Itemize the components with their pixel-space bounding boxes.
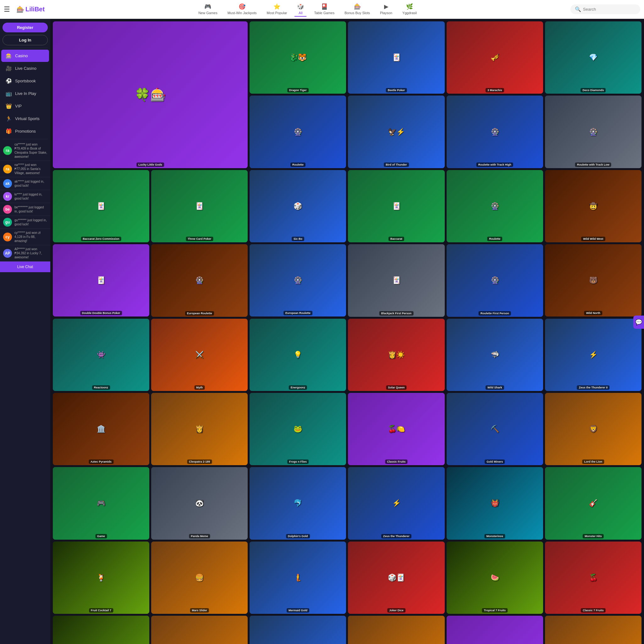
game-card-wild-north[interactable]: 🐻Wild North <box>545 244 641 316</box>
game-card-reactoonz[interactable]: 👾Reactoonz <box>53 319 149 391</box>
game-card-gold-miners[interactable]: ⛏️Gold Miners <box>447 393 543 465</box>
hamburger-menu[interactable]: ☰ <box>4 5 10 14</box>
game-label-bird-of-thunder: Bird of Thunder <box>384 162 409 167</box>
game-card-crazy-7fruits[interactable]: 🍋Crazy 7 Fruits <box>53 616 149 644</box>
game-card-european-roulette[interactable]: 🎡European Roulette <box>250 244 346 316</box>
game-card-fruit-cocktail[interactable]: 🍹Fruit Cocktail 7 <box>53 542 149 614</box>
game-label-tropical-7fruits: Tropical 7 Fruits <box>482 608 508 613</box>
game-icon-wild-wild-west: 🤠 <box>589 202 597 210</box>
game-card-beetle-poker[interactable]: 🃏Beetle Poker <box>348 21 444 94</box>
top-nav-item-new-games[interactable]: 🎮New Games <box>196 2 220 17</box>
game-card-dragon-tiger[interactable]: 🐉🐯Dragon Tiger <box>250 21 346 94</box>
game-card-sic-bo[interactable]: 🎲Sic Bo <box>250 170 346 242</box>
register-button[interactable]: Register <box>3 23 48 32</box>
game-card-european-roulette2[interactable]: 🎡European Roulette <box>151 244 248 316</box>
game-card-book-of-gold[interactable]: 📖Book of Gold Symbol Choice <box>348 616 444 644</box>
game-card-viking-berzerker[interactable]: ⚔️Viking Berzerker <box>250 616 346 644</box>
game-card-wild-wild-west[interactable]: 🤠Wild Wild West <box>545 170 641 242</box>
game-card-baccarat[interactable]: 🃏Baccarat <box>348 170 444 242</box>
game-card-3-marachis[interactable]: 🎺3 Marachis <box>447 21 543 94</box>
live-chat-button[interactable]: Live Chat <box>0 261 50 272</box>
game-label-zeus-thunderer2: Zeus the Thunderer <box>381 534 411 538</box>
sidebar-item-virtual-sports[interactable]: 🏃Virtual Sports <box>1 113 49 125</box>
game-card-dolphins-gold[interactable]: 🐬Dolphin's Gold <box>250 467 346 539</box>
login-button[interactable]: Log In <box>3 35 48 45</box>
top-nav-item-table-games[interactable]: 🎴Table Games <box>311 2 337 17</box>
game-card-rome-caesars-glory[interactable]: 🏛️Rome Caesar's Glory <box>545 616 641 644</box>
game-card-roulette[interactable]: 🎡Roulette <box>250 96 346 168</box>
game-card-panda-meme[interactable]: 🐼Panda Meme <box>151 467 248 539</box>
game-card-roulette2[interactable]: 🎡Roulette <box>447 170 543 242</box>
game-icon-monsterinos: 👹 <box>491 499 499 507</box>
game-card-aztec-pyramids[interactable]: 🏛️Aztec Pyramids <box>53 393 149 465</box>
game-card-roulette-high[interactable]: 🎡Roulette with Track High <box>447 96 543 168</box>
game-card-cazino-cosmos[interactable]: 🌌Cazino Cosmos <box>447 616 543 644</box>
chat-bubble-button[interactable]: 💬 <box>633 316 644 329</box>
sidebar-item-vip[interactable]: 👑VIP <box>1 100 49 112</box>
game-label-3-marachis: 3 Marachis <box>486 88 504 92</box>
game-card-frogs-n-flies[interactable]: 🐸Frogs n Flies <box>250 393 346 465</box>
game-card-energoonz[interactable]: 💡Energoonz <box>250 319 346 391</box>
game-label-frogs-n-flies: Frogs n Flies <box>287 460 309 464</box>
game-card-roulette-fp[interactable]: 🎡Roulette First Person <box>447 244 543 316</box>
top-nav-item-must-win-jackpots[interactable]: 🎯Must-Win Jackpots <box>225 2 259 17</box>
sidebar-item-casino[interactable]: 🎰Casino <box>1 50 49 62</box>
game-card-classic-fruits-slot[interactable]: 🍒🍋Classic Fruits <box>348 393 444 465</box>
game-icon-beetle-poker: 🃏 <box>392 53 401 62</box>
game-icon-solar-queen: 👸☀️ <box>388 351 405 359</box>
game-icon-lord-lion: 🦁 <box>589 425 597 433</box>
game-card-tropical-7fruits[interactable]: 🍉Tropical 7 Fruits <box>447 542 543 614</box>
game-grid: 🍀🎰Lucky Little Gods🐉🐯Dragon Tiger🃏Beetle… <box>53 21 641 644</box>
game-card-blackjack-fp[interactable]: 🃏Blackjack First Person <box>348 244 444 316</box>
activity-feed: raca****** just won ₱79,409 in Book of C… <box>0 140 50 261</box>
game-icon-roulette-high: 🎡 <box>491 128 499 136</box>
game-card-lord-lion[interactable]: 🦁Lord the Lion <box>545 393 641 465</box>
avatar: cy <box>3 233 12 241</box>
sidebar-icon-live-casino: 🎥 <box>6 65 12 71</box>
game-label-roulette-fp: Roulette First Person <box>479 311 511 316</box>
top-nav-item-playson[interactable]: ▶Playson <box>377 2 395 17</box>
activity-text: na***** just won ₱77,055 in Santa's Vill… <box>14 163 47 175</box>
game-label-baccarat-zero: Baccarat Zero Commission <box>81 237 121 241</box>
game-icon-roulette-fp: 🎡 <box>491 276 499 284</box>
game-card-joker-dice[interactable]: 🎲🃏Joker Dice <box>348 542 444 614</box>
activity-item: APAP***** just won ₱34,392 in Lucky 7, a… <box>0 245 50 261</box>
nav-label-yggdrasil: Yggdrasil <box>402 11 417 15</box>
game-icon-dolphins-gold: 🐬 <box>294 499 302 507</box>
avatar: ra <box>3 165 12 173</box>
game-card-zeus-thunderer[interactable]: ⚡Zeus the Thunderer II <box>545 319 641 391</box>
game-card-myth[interactable]: ⚔️Myth <box>151 319 248 391</box>
top-nav-item-yggdrasil[interactable]: 🌿Yggdrasil <box>400 2 419 17</box>
game-card-classic-7fruits[interactable]: 🍒Classic 7 Fruits <box>545 542 641 614</box>
game-card-cleopatra[interactable]: 👸Cleopatra 2-189 <box>151 393 248 465</box>
game-card-royal-7fruits[interactable]: 🍇Royal 7 Fruits <box>151 616 248 644</box>
game-card-double-double-bonus[interactable]: 🃏Double Double Bonus Poker <box>53 244 149 316</box>
top-nav-item-bonus-buy-slots[interactable]: 🎰Bonus Buy Slots <box>342 2 372 17</box>
game-card-bird-of-thunder[interactable]: 🦅⚡Bird of Thunder <box>348 96 444 168</box>
game-card-mars-slider[interactable]: 🍔Mars Slider <box>151 542 248 614</box>
sidebar-item-live-in-play[interactable]: 📺Live In Play <box>1 87 49 100</box>
game-label-panda-meme: Panda Meme <box>189 534 210 538</box>
game-card-zeus-thunderer2[interactable]: ⚡Zeus the Thunderer <box>348 467 444 539</box>
game-label-classic-7fruits: Classic 7 Fruits <box>581 608 606 613</box>
search-input[interactable] <box>583 7 636 12</box>
game-card-three-card-poker[interactable]: 🃏Three Card Poker <box>151 170 248 242</box>
game-card-roulette-low[interactable]: 🎡Roulette with Track Low <box>545 96 641 168</box>
sidebar-item-promotions[interactable]: 🎁Promotions <box>1 125 49 137</box>
sidebar-item-sportsbook[interactable]: ⚽Sportsbook <box>1 75 49 87</box>
game-card-wild-shark[interactable]: 🦈Wild Shark <box>447 319 543 391</box>
game-card-lucky-little-gods[interactable]: 🍀🎰Lucky Little Gods <box>53 21 248 168</box>
game-icon-panda-meme: 🐼 <box>195 499 204 507</box>
game-card-game-400[interactable]: 🎮Game <box>53 467 149 539</box>
activity-item: gugu******* just logged in, good luck! <box>0 216 50 229</box>
sidebar-item-live-casino[interactable]: 🎥Live Casino <box>1 62 49 74</box>
search-box[interactable]: 🔍 <box>570 4 640 14</box>
game-card-mermaid-gold[interactable]: 🧜Mermaid Gold <box>250 542 346 614</box>
game-card-monsterinos[interactable]: 👹Monsterinos <box>447 467 543 539</box>
top-nav-item-all[interactable]: 🎲All <box>294 2 306 17</box>
game-card-baccarat-zero[interactable]: 🃏Baccarat Zero Commission <box>53 170 149 242</box>
game-card-deco-diamonds[interactable]: 💎Deco Diamonds <box>545 21 641 94</box>
top-nav-item-most-popular[interactable]: ⭐Most Popular <box>264 2 290 17</box>
game-card-solar-queen[interactable]: 👸☀️Solar Queen <box>348 319 444 391</box>
game-card-monster-hits[interactable]: 🎸Monster Hits <box>545 467 641 539</box>
